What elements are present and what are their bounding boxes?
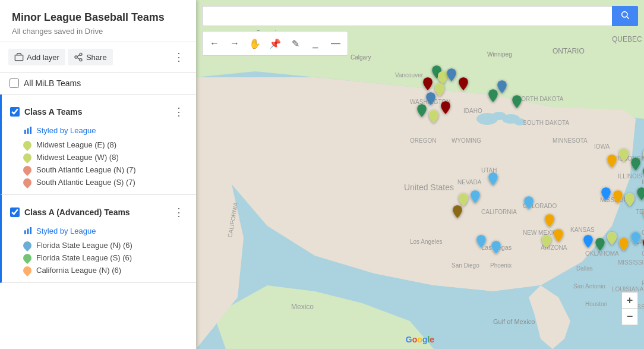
map-pin[interactable] [435, 83, 444, 98]
map-pin[interactable] [471, 190, 480, 205]
svg-text:San Antonio: San Antonio [573, 283, 605, 290]
class-a-layer-group: Class A Teams ⋮ Styled by League Midwest… [0, 95, 196, 195]
pan-button[interactable]: ✋ [245, 34, 264, 53]
svg-text:OREGON: OREGON [410, 137, 436, 144]
svg-line-70 [627, 17, 629, 19]
fsl-n-label: Florida State League (N) (6) [36, 241, 132, 250]
svg-rect-10 [27, 229, 29, 234]
svg-text:Los Angeles: Los Angeles [410, 238, 443, 245]
svg-text:WYOMING: WYOMING [452, 137, 481, 144]
class-a-advanced-title: Class A (Advanced) Teams [24, 207, 165, 217]
map-pin[interactable] [613, 190, 623, 205]
svg-text:IOWA: IOWA [594, 143, 610, 150]
map-pin[interactable] [607, 232, 617, 247]
svg-text:NEVADA: NEVADA [457, 179, 482, 185]
list-item: Midwest League (W) (8) [23, 151, 188, 164]
sidebar-subtitle: All changes saved in Drive [12, 27, 184, 36]
class-a-advanced-styled-label[interactable]: Styled by League [36, 227, 96, 235]
zoom-in-button[interactable]: + [621, 292, 638, 309]
map-pin[interactable] [459, 193, 468, 208]
list-item: Florida State League (N) (6) [23, 239, 188, 251]
zoom-out-button[interactable]: − [621, 309, 638, 325]
map-pin[interactable] [554, 229, 563, 244]
search-input[interactable] [202, 6, 612, 26]
svg-point-69 [622, 12, 627, 17]
map-pin[interactable] [583, 235, 593, 250]
map-pin[interactable] [601, 187, 611, 202]
map-pin[interactable] [625, 193, 634, 208]
map-pin[interactable] [512, 95, 522, 110]
map-area[interactable]: Canada United States Mexico Gulf of Mexi… [196, 0, 644, 349]
map-pin[interactable] [631, 232, 640, 247]
south-atlantic-n-dot [21, 164, 33, 176]
redo-button[interactable]: → [225, 34, 244, 53]
route-button[interactable]: ⎯ [306, 34, 325, 53]
map-pin[interactable] [497, 80, 507, 95]
map-pin[interactable] [607, 155, 617, 169]
map-pin[interactable] [459, 77, 468, 92]
map-pin[interactable] [476, 235, 486, 250]
class-a-more-button[interactable]: ⋮ [170, 103, 188, 121]
map-pin[interactable] [447, 68, 456, 83]
add-marker-button[interactable]: 📌 [266, 34, 285, 53]
all-teams-checkbox[interactable] [10, 78, 19, 88]
styled-by-icon [23, 125, 33, 135]
fsl-s-dot [21, 252, 33, 264]
svg-text:Houston: Houston [585, 301, 607, 307]
svg-text:FLORIDA: FLORIDA [642, 280, 644, 287]
map-pin[interactable] [637, 187, 644, 202]
map-pin[interactable] [491, 241, 501, 256]
class-a-styled-label[interactable]: Styled by League [36, 126, 96, 135]
all-teams-label: All MiLB Teams [24, 78, 81, 88]
map-pin[interactable] [631, 158, 640, 172]
draw-button[interactable]: ✎ [286, 34, 305, 53]
class-a-advanced-sub-items: Florida State League (N) (6) Florida Sta… [2, 239, 196, 276]
class-a-header: Class A Teams ⋮ [2, 100, 196, 123]
list-item: Midwest League (E) (8) [23, 139, 188, 151]
svg-text:KANSAS: KANSAS [570, 227, 595, 233]
map-pin[interactable] [441, 101, 450, 116]
map-pin[interactable] [524, 196, 533, 211]
search-button[interactable] [612, 6, 638, 26]
add-layer-button[interactable]: Add layer [8, 49, 65, 65]
map-pin[interactable] [545, 214, 554, 229]
svg-text:ILLINOIS: ILLINOIS [618, 173, 642, 180]
class-a-advanced-checkbox[interactable] [10, 207, 20, 217]
more-options-button[interactable]: ⋮ [170, 48, 188, 66]
svg-text:San Diego: San Diego [452, 262, 479, 269]
share-button[interactable]: Share [68, 49, 113, 65]
south-atlantic-s-label: South Atlantic League (S) (7) [36, 178, 135, 187]
class-a-advanced-more-button[interactable]: ⋮ [170, 203, 188, 221]
svg-text:Mexico: Mexico [291, 303, 314, 311]
styled-by-advanced-icon [23, 226, 33, 235]
undo-button[interactable]: ← [205, 34, 224, 53]
list-item: California League (N) (6) [23, 264, 188, 276]
map-pin[interactable] [429, 110, 438, 125]
search-icon [620, 10, 630, 20]
measure-button[interactable]: ― [326, 34, 345, 53]
class-a-title: Class A Teams [24, 107, 165, 117]
svg-text:Vancouver: Vancouver [395, 72, 424, 78]
svg-text:United States: United States [404, 183, 454, 192]
map-pin[interactable] [488, 172, 498, 187]
map-pin[interactable] [488, 89, 498, 104]
class-a-checkbox[interactable] [10, 107, 20, 117]
svg-text:SOUTH DAKOTA: SOUTH DAKOTA [523, 120, 569, 126]
class-a-advanced-header: Class A (Advanced) Teams ⋮ [2, 201, 196, 224]
svg-rect-6 [24, 130, 26, 134]
map-pin[interactable] [595, 238, 605, 253]
svg-text:Winnipeg: Winnipeg [487, 51, 512, 58]
svg-line-5 [77, 55, 80, 57]
map-pin[interactable] [542, 235, 551, 250]
add-layer-icon [14, 52, 24, 62]
svg-rect-9 [24, 231, 26, 235]
svg-rect-8 [30, 127, 31, 134]
map-pin[interactable] [417, 104, 427, 119]
south-atlantic-n-label: South Atlantic League (N) (7) [36, 165, 136, 174]
map-pin[interactable] [426, 92, 435, 107]
map-pin[interactable] [619, 238, 629, 253]
map-pin[interactable] [619, 149, 629, 164]
map-pin[interactable] [423, 77, 433, 92]
svg-text:MINNESOTA: MINNESOTA [553, 137, 588, 144]
svg-text:CAROLINA: CAROLINA [642, 229, 644, 236]
